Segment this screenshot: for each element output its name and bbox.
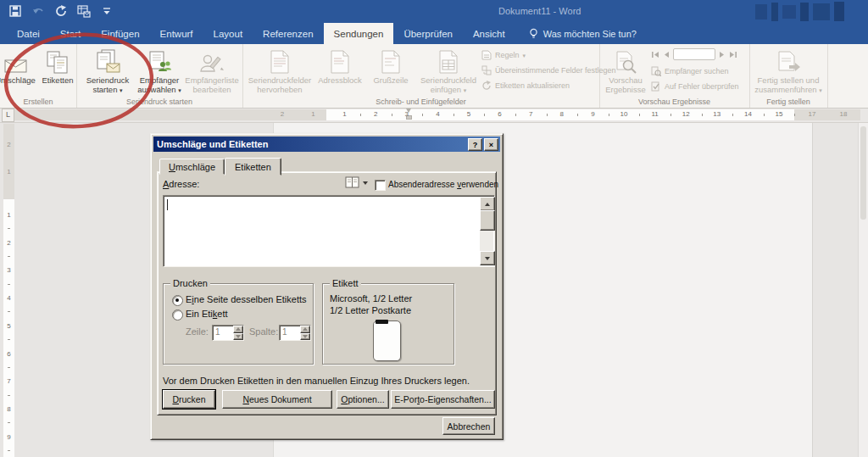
highlight-merge-fields-icon <box>270 47 289 76</box>
ribbon-group-seriendruck-starten: Seriendruck starten ▾ Empfänger auswähle… <box>76 44 243 108</box>
word-window: Dokument11 - Word Datei Start Einfügen E… <box>0 0 868 457</box>
first-record-button[interactable] <box>651 47 659 62</box>
seriendruck-starten-button[interactable]: Seriendruck starten ▾ <box>81 47 134 94</box>
optionen-button[interactable]: Optionen... <box>337 390 389 409</box>
eporto-eigenschaften-button[interactable]: E-Porto-Eigenschaften... <box>391 390 495 409</box>
etiketten-aktualisieren-button[interactable]: Etiketten aktualisieren <box>481 78 616 93</box>
match-fields-icon <box>481 65 492 75</box>
tab-layout[interactable]: Layout <box>203 23 253 44</box>
tab-referenzen[interactable]: Referenzen <box>253 23 323 44</box>
row-spinner[interactable]: 1 <box>212 325 244 341</box>
edit-recipient-list-icon <box>199 47 225 76</box>
column-label: Spalte: <box>249 326 278 337</box>
drucken-button[interactable]: Drucken <box>163 390 215 409</box>
finish-merge-icon <box>776 47 801 76</box>
label-type: 1/2 Letter Postkarte <box>330 305 411 315</box>
scrollbar-thumb[interactable] <box>860 126 866 220</box>
record-number-field[interactable] <box>673 48 715 60</box>
address-textarea[interactable] <box>163 195 495 267</box>
column-spinner[interactable]: 1 <box>279 325 311 341</box>
fertig-stellen-button[interactable]: Fertig stellen und zusammenführen ▾ <box>751 47 826 94</box>
empfaenger-auswaehlen-button[interactable]: Empfänger auswählen ▾ <box>134 47 185 94</box>
tab-entwurf[interactable]: Entwurf <box>150 23 203 44</box>
tab-start[interactable]: Start <box>50 23 91 44</box>
umschlaege-button[interactable]: Umschläge <box>0 47 37 86</box>
abbrechen-button[interactable]: Abbrechen <box>442 417 495 435</box>
insert-merge-field-icon <box>439 47 458 76</box>
single-label-radio[interactable] <box>172 309 183 320</box>
ruler-number: 6 <box>3 349 14 357</box>
tab-datei[interactable]: Datei <box>7 23 50 44</box>
scrollbar-thumb[interactable] <box>480 210 495 231</box>
scroll-down-button[interactable] <box>480 251 495 265</box>
sender-address-checkbox[interactable] <box>375 180 386 191</box>
seriendruckfelder-hervorheben-button[interactable]: Seriendruckfelder hervorheben <box>246 47 314 94</box>
scroll-up-button[interactable] <box>480 197 495 211</box>
tab-sendungen[interactable]: Sendungen <box>324 23 394 44</box>
ruler-number: 1 <box>3 211 14 219</box>
preview-results-icon <box>614 47 637 76</box>
last-record-button[interactable] <box>729 47 737 62</box>
vorschau-ergebnisse-button[interactable]: Vorschau Ergebnisse <box>602 47 649 94</box>
adressblock-button[interactable]: Adressblock <box>314 47 366 86</box>
window-title: Dokument11 - Word <box>498 6 581 16</box>
label-vendor: Microsoft, 1/2 Letter <box>330 293 412 304</box>
select-recipients-icon <box>147 47 171 76</box>
spin-up-icon[interactable] <box>233 326 243 333</box>
dialog-title-bar[interactable]: Umschläge und Etiketten ? × <box>153 137 500 152</box>
neues-dokument-button[interactable]: Neues Dokument <box>222 390 332 409</box>
grusszeile-button[interactable]: Grußzeile <box>366 47 415 86</box>
ribbon-group-schreib-einfuegefelder: Seriendruckfelder hervorheben Adressbloc… <box>242 44 600 108</box>
vertical-scrollbar[interactable] <box>858 123 868 457</box>
dialog-tab-strip: Umschläge Etiketten <box>159 158 281 175</box>
ruler-number: 1 <box>342 110 346 118</box>
regeln-button[interactable]: Regeln ▾ <box>481 47 616 63</box>
insert-address-button[interactable] <box>345 176 368 189</box>
uebereinstimmende-felder-button[interactable]: Übereinstimmende Felder festlegen <box>481 63 616 78</box>
ruler-number: 1 <box>3 168 14 176</box>
spin-up-icon[interactable] <box>300 326 310 333</box>
ruler-number: 10 <box>620 110 628 118</box>
title-bar: Dokument11 - Word <box>0 0 868 23</box>
printer-instruction-text: Vor dem Drucken Etiketten in den manuell… <box>163 376 470 386</box>
auf-fehler-ueberpruefen-button[interactable]: Auf Fehler überprüfen <box>651 79 739 94</box>
textarea-scrollbar[interactable] <box>480 197 493 265</box>
empfaengerliste-bearbeiten-button[interactable]: Empfängerliste bearbeiten <box>183 47 241 94</box>
save-icon[interactable] <box>8 4 22 18</box>
rules-icon <box>481 50 492 60</box>
dialog-tab-etiketten[interactable]: Etiketten <box>225 158 281 176</box>
dialog-tab-umschlaege[interactable]: Umschläge <box>159 159 225 175</box>
ruler-number: 8 <box>3 404 14 412</box>
spin-down-icon[interactable] <box>233 333 243 341</box>
ruler-number: 2 <box>3 238 14 246</box>
spin-down-icon[interactable] <box>300 333 310 341</box>
single-label-radio-label[interactable]: Ein Etikett <box>186 309 228 319</box>
dialog-title: Umschläge und Etiketten <box>157 139 268 149</box>
seriendruckfeld-einfuegen-button[interactable]: Seriendruckfeld einfügen ▾ <box>417 47 480 94</box>
previous-record-button[interactable] <box>663 47 670 62</box>
vertical-ruler[interactable]: 21123456789 <box>3 124 14 457</box>
redo-icon[interactable] <box>54 4 68 18</box>
tell-me-box[interactable]: Was möchten Sie tun? <box>529 23 637 44</box>
horizontal-ruler[interactable]: L 211234567891011121314151718 <box>0 109 868 123</box>
tab-stop-selector[interactable]: L <box>2 109 14 122</box>
tab-ueberpruefen[interactable]: Überprüfen <box>393 23 463 44</box>
ruler-number: 7 <box>529 110 532 118</box>
customize-quick-access-icon[interactable] <box>100 4 114 18</box>
address-block-icon <box>331 47 349 76</box>
ribbon-tab-row: Datei Start Einfügen Entwurf Layout Refe… <box>0 23 868 44</box>
ribbon-group-erstellen: Umschläge Etiketten Erstellen <box>0 44 77 108</box>
full-page-radio[interactable] <box>172 295 183 306</box>
dialog-help-button[interactable]: ? <box>468 138 482 151</box>
ruler-number: 5 <box>3 321 14 329</box>
ruler-number: 13 <box>713 110 721 118</box>
mail-merge-icon[interactable] <box>77 4 91 18</box>
etiketten-button[interactable]: Etiketten <box>38 47 77 86</box>
empfaenger-suchen-button[interactable]: Empfänger suchen <box>651 64 739 79</box>
tab-einfuegen[interactable]: Einfügen <box>91 23 149 44</box>
dialog-close-button[interactable]: × <box>484 138 498 151</box>
next-record-button[interactable] <box>719 47 726 62</box>
tab-ansicht[interactable]: Ansicht <box>463 23 515 44</box>
full-page-radio-label[interactable]: Eine Seite desselben Etiketts <box>186 294 307 304</box>
undo-icon[interactable] <box>31 4 45 18</box>
